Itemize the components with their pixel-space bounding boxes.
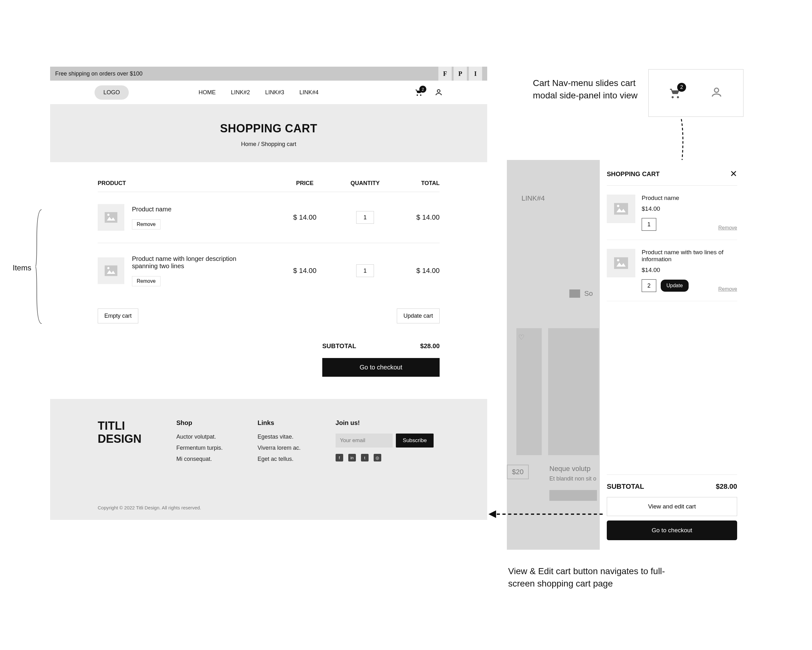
close-icon[interactable]: ✕ <box>730 170 737 178</box>
nav-link-2[interactable]: LINK#2 <box>231 89 250 96</box>
annotation-back: View & Edit cart button navigates to ful… <box>508 565 673 590</box>
panel-item: Product name $14.00 Remove <box>607 186 737 240</box>
panel-title: SHOPPING CART <box>607 170 660 178</box>
panel-subtotal-value: $28.00 <box>716 482 737 491</box>
nav-link-4[interactable]: LINK#4 <box>299 89 319 96</box>
social-i-icon[interactable]: I <box>468 67 482 81</box>
subtotal-value: $28.00 <box>420 343 440 350</box>
crumb-home[interactable]: Home <box>241 141 256 147</box>
table-row: Product name with longer description spa… <box>98 243 440 298</box>
social-p-icon[interactable]: P <box>453 67 467 81</box>
remove-button[interactable]: Remove <box>132 276 160 286</box>
grid-icon <box>569 289 580 298</box>
panel-product-price: $14.00 <box>642 205 737 212</box>
cart-page: Free shipping on orders over $100 F P I … <box>50 67 487 520</box>
product-name: Product name with longer description spa… <box>132 255 246 270</box>
footer-link[interactable]: Eget ac tellus. <box>258 456 301 462</box>
annotation-slide: Cart Nav-menu slides cart modal side-pan… <box>533 77 641 102</box>
footer-socials: f in t ◎ <box>336 454 434 462</box>
brace-icon <box>35 210 44 324</box>
announce-bar: Free shipping on orders over $100 F P I <box>50 67 487 81</box>
svg-marker-13 <box>488 510 496 518</box>
svg-rect-10 <box>614 257 628 269</box>
footer-col-shop: Shop Auctor volutpat. Fermentum turpis. … <box>176 419 223 467</box>
product-price: $ 14.00 <box>275 213 335 222</box>
footer-col-join: Join us! Subscribe f in t ◎ <box>336 419 434 467</box>
user-icon <box>435 88 443 96</box>
cart-table-head: PRODUCT PRICE QUANTITY TOTAL <box>98 180 440 192</box>
announce-social: F P I <box>438 67 482 81</box>
svg-point-2 <box>107 214 110 216</box>
view-edit-cart-button[interactable]: View and edit cart <box>607 497 737 516</box>
arrow-left-icon <box>488 508 603 520</box>
panel-product-name: Product name <box>642 194 737 202</box>
cart-badge: 2 <box>419 86 426 93</box>
page-title: SHOPPING CART <box>50 122 487 135</box>
nav-link-3[interactable]: LINK#3 <box>265 89 284 96</box>
subscribe-button[interactable]: Subscribe <box>396 434 434 448</box>
update-cart-button[interactable]: Update cart <box>397 309 440 323</box>
footer-col-links: Links Egestas vitae. Viverra lorem ac. E… <box>258 419 301 467</box>
account-button[interactable] <box>710 86 723 100</box>
table-row: Product name Remove $ 14.00 $ 14.00 <box>98 192 440 243</box>
footer: TITLI DESIGN Shop Auctor volutpat. Ferme… <box>50 399 487 520</box>
subtotal-block: SUBTOTAL $28.00 Go to checkout <box>322 343 440 377</box>
subtotal-label: SUBTOTAL <box>322 343 356 350</box>
product-total: $ 14.00 <box>395 213 440 222</box>
cart-badge: 2 <box>677 83 686 92</box>
panel-product-name: Product name with two lines of informati… <box>642 249 737 263</box>
instagram-icon[interactable]: ◎ <box>374 454 381 462</box>
logo[interactable]: LOGO <box>95 86 129 99</box>
col-total: TOTAL <box>395 180 440 187</box>
nav-link-home[interactable]: HOME <box>198 89 216 96</box>
svg-point-5 <box>107 267 110 269</box>
col-product: PRODUCT <box>98 180 275 187</box>
twitter-icon[interactable]: t <box>361 454 369 462</box>
image-icon <box>607 249 635 277</box>
image-icon <box>607 194 635 223</box>
footer-link[interactable]: Viverra lorem ac. <box>258 445 301 451</box>
panel-product-price: $14.00 <box>642 267 737 274</box>
qty-input[interactable] <box>356 211 374 224</box>
panel-qty-input[interactable] <box>642 218 656 231</box>
heart-icon: ♡ <box>518 333 525 341</box>
linkedin-icon[interactable]: in <box>348 454 356 462</box>
svg-rect-3 <box>105 265 118 276</box>
image-icon <box>98 204 124 231</box>
product-name: Product name <box>132 206 275 213</box>
svg-rect-0 <box>105 212 118 222</box>
cart-button[interactable]: 2 <box>669 87 682 99</box>
footer-link[interactable]: Egestas vitae. <box>258 434 301 440</box>
product-total: $ 14.00 <box>395 267 440 275</box>
annotation-items: Items <box>13 263 31 272</box>
col-qty: QUANTITY <box>335 180 395 187</box>
breadcrumb: Home / Shopping cart <box>50 141 487 148</box>
qty-input[interactable] <box>356 265 374 277</box>
footer-link[interactable]: Auctor volutpat. <box>176 434 223 440</box>
remove-button[interactable]: Remove <box>132 219 160 229</box>
svg-point-9 <box>617 205 619 207</box>
panel-update-button[interactable]: Update <box>661 280 688 292</box>
cart-button[interactable]: 2 <box>415 88 423 96</box>
footer-link[interactable]: Mi consequat. <box>176 456 223 462</box>
panel-remove-button[interactable]: Remove <box>718 286 737 292</box>
empty-cart-button[interactable]: Empty cart <box>98 309 138 323</box>
panel-qty-input[interactable] <box>642 279 656 292</box>
panel-checkout-button[interactable]: Go to checkout <box>607 520 737 540</box>
cart-table: PRODUCT PRICE QUANTITY TOTAL Product nam… <box>50 162 487 399</box>
user-icon <box>710 86 723 99</box>
nav-snippet: 2 <box>648 69 743 117</box>
checkout-button[interactable]: Go to checkout <box>322 358 440 377</box>
panel-subtotal-label: SUBTOTAL <box>607 482 644 491</box>
col-price: PRICE <box>275 180 335 187</box>
panel-remove-button[interactable]: Remove <box>718 225 737 231</box>
account-button[interactable] <box>435 88 443 96</box>
panel-footer: SUBTOTAL $28.00 View and edit cart Go to… <box>607 474 737 540</box>
email-input[interactable] <box>336 434 393 448</box>
crumb-current: Shopping cart <box>261 141 296 147</box>
social-f-icon[interactable]: F <box>438 67 452 81</box>
main-nav: LOGO HOME LINK#2 LINK#3 LINK#4 2 <box>50 81 487 104</box>
facebook-icon[interactable]: f <box>336 454 343 462</box>
cart-actions: Empty cart Update cart <box>98 309 440 323</box>
footer-link[interactable]: Fermentum turpis. <box>176 445 223 451</box>
